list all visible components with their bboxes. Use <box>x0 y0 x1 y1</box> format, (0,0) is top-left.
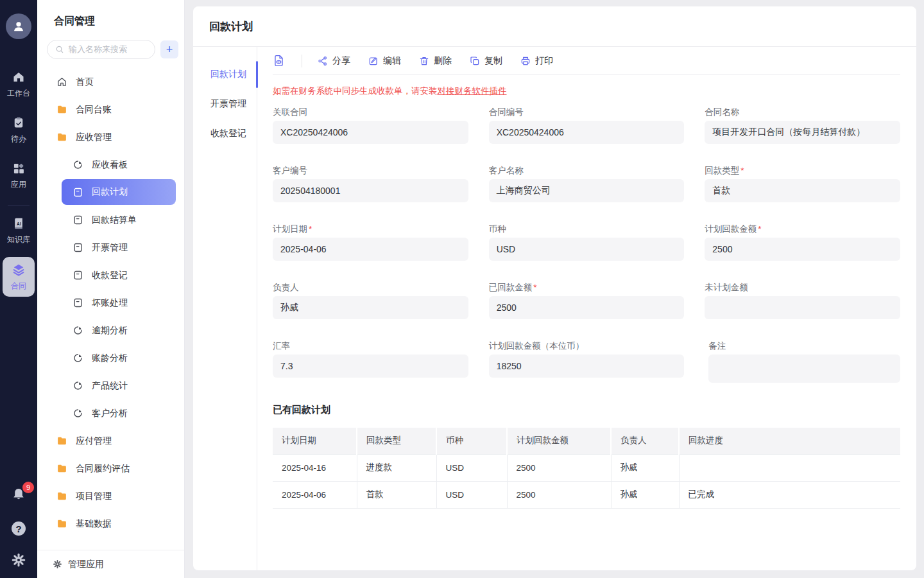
field-base-currency-amount: 计划回款金额（本位币） 18250 <box>489 340 685 383</box>
field-value[interactable]: 2025-04-06 <box>273 238 468 261</box>
sidebar-item-home[interactable]: 首页 <box>37 68 184 96</box>
field-value[interactable]: 项目开发开口合同（按每月结算付款） <box>705 121 900 144</box>
warning-text: 如需在财务系统中同步生成收款单，请安装 <box>273 86 438 96</box>
sidebar-item-label: 逾期分析 <box>92 325 128 337</box>
tab-label: 收款登记 <box>210 128 246 139</box>
sidebar-item-overdue-analysis[interactable]: 逾期分析 <box>37 317 184 344</box>
sidebar-item-aging-analysis[interactable]: 账龄分析 <box>37 344 184 372</box>
rail-label: 应用 <box>11 179 26 190</box>
field-label: 汇率 <box>273 341 290 351</box>
existing-plans-table: 计划日期 回款类型 币种 计划回款金额 负责人 回款进度 2025-04-16 … <box>273 428 900 509</box>
field-value[interactable]: 18250 <box>489 355 685 378</box>
field-value[interactable]: 7.3 <box>273 355 468 378</box>
sidebar-item-project-mgmt[interactable]: 项目管理 <box>37 482 184 510</box>
tab-invoicing[interactable]: 开票管理 <box>193 89 257 119</box>
manage-apps-button[interactable]: 管理应用 <box>37 550 184 578</box>
field-label: 币种 <box>489 224 506 234</box>
field-planned-amount: 计划回款金额* 2500 <box>705 223 900 261</box>
sidebar-item-invoicing[interactable]: 开票管理 <box>37 234 184 261</box>
tab-payment-plan[interactable]: 回款计划 <box>193 60 257 89</box>
sidebar-item-bad-debt[interactable]: 坏账处理 <box>37 289 184 317</box>
pie-icon <box>73 159 83 170</box>
sidebar-item-receivable-board[interactable]: 应收看板 <box>37 151 184 179</box>
sidebar-item-label: 应收看板 <box>92 159 128 171</box>
user-avatar[interactable] <box>6 13 31 39</box>
field-contract-no: 合同编号 XC20250424006 <box>489 107 685 144</box>
folder-icon <box>56 518 67 529</box>
add-button[interactable]: + <box>160 40 178 58</box>
page-title: 回款计划 <box>209 19 253 34</box>
sidebar-title: 合同管理 <box>37 0 184 28</box>
folder-icon <box>56 104 67 115</box>
sidebar-item-base-data[interactable]: 基础数据 <box>37 510 184 538</box>
edit-icon <box>368 56 379 66</box>
cell-planned-amount: 2500 <box>507 454 611 481</box>
todo-icon <box>12 116 25 129</box>
field-exchange-rate: 汇率 7.3 <box>273 340 468 383</box>
sidebar-item-label: 客户分析 <box>92 408 128 419</box>
delete-button[interactable]: 删除 <box>419 55 452 67</box>
field-value[interactable]: 上海商贸公司 <box>489 179 685 202</box>
field-value[interactable]: XC20250424006 <box>273 121 468 144</box>
sidebar-item-label: 合同台账 <box>76 104 112 116</box>
sidebar-item-customer-analysis[interactable]: 客户分析 <box>37 399 184 427</box>
edit-button[interactable]: 编辑 <box>368 55 401 67</box>
field-received-amount: 已回款金额* 2500 <box>489 282 685 319</box>
rail-item-apps[interactable]: 应用 <box>11 162 26 190</box>
field-label: 关联合同 <box>273 107 307 117</box>
cell-progress <box>679 454 900 481</box>
preview-button[interactable] <box>273 55 285 67</box>
field-value[interactable]: 2500 <box>705 238 900 261</box>
sidebar-item-payment-plan[interactable]: 回款计划 <box>62 179 176 205</box>
rail-item-todo[interactable]: 待办 <box>11 116 26 144</box>
field-value[interactable]: 孙威 <box>273 296 468 319</box>
sidebar-item-product-stats[interactable]: 产品统计 <box>37 372 184 399</box>
cell-payment-type: 进度款 <box>357 454 436 481</box>
doc-icon <box>73 242 83 253</box>
sidebar-item-ledger[interactable]: 合同台账 <box>37 96 184 123</box>
doc-icon <box>73 215 83 225</box>
copy-button[interactable]: 复制 <box>470 55 502 67</box>
sidebar-item-payables[interactable]: 应付管理 <box>37 427 184 455</box>
doc-icon <box>73 187 83 198</box>
folder-icon <box>56 435 67 446</box>
sidebar-item-label: 应付管理 <box>76 435 112 447</box>
rail-item-contract-active[interactable]: 合同 <box>3 257 35 297</box>
workbench-icon <box>12 71 25 83</box>
sidebar-menu: 首页 合同台账 应收管理 应收看板 回款计划 回款结算单 开票管理 收款登记 <box>37 68 184 550</box>
sidebar-item-settlement[interactable]: 回款结算单 <box>37 206 184 234</box>
rail-item-workbench[interactable]: 工作台 <box>7 71 30 99</box>
cell-payment-type: 首款 <box>357 481 436 508</box>
sidebar-item-performance-eval[interactable]: 合同履约评估 <box>37 455 184 482</box>
rail-label: 知识库 <box>7 234 30 245</box>
table-row[interactable]: 2025-04-16 进度款 USD 2500 孙威 <box>273 454 900 481</box>
tab-receipt-register[interactable]: 收款登记 <box>193 119 257 148</box>
sidebar-item-label: 收款登记 <box>92 270 128 281</box>
table-row[interactable]: 2025-04-06 首款 USD 2500 孙威 已完成 <box>273 481 900 508</box>
field-value[interactable] <box>708 355 900 383</box>
sidebar-item-receivables[interactable]: 应收管理 <box>37 123 184 151</box>
sidebar-item-receipt-register[interactable]: 收款登记 <box>37 261 184 289</box>
field-value[interactable]: XC20250424006 <box>489 121 685 144</box>
rail-label: 待办 <box>11 134 26 144</box>
toolbar-divider <box>302 55 302 67</box>
field-contract-name: 合同名称 项目开发开口合同（按每月结算付款） <box>705 107 900 144</box>
field-value[interactable]: 202504180001 <box>273 179 468 202</box>
rail-bottom-group: 9 ? <box>11 487 26 578</box>
field-value[interactable]: 首款 <box>705 179 900 202</box>
print-button[interactable]: 打印 <box>520 55 553 67</box>
share-button[interactable]: 分享 <box>318 55 350 67</box>
help-button[interactable]: ? <box>12 521 26 536</box>
rail-item-knowledge[interactable]: AI 知识库 <box>7 217 30 245</box>
field-value[interactable] <box>705 296 900 319</box>
search-input[interactable]: 输入名称来搜索 <box>47 40 155 59</box>
plugin-link[interactable]: 对接财务软件插件 <box>438 86 507 96</box>
settings-gear-button[interactable] <box>11 552 26 568</box>
field-label: 计划日期 <box>273 224 307 234</box>
sidebar-item-label: 回款结算单 <box>92 215 137 226</box>
field-value[interactable]: 2500 <box>489 296 685 319</box>
notifications-button[interactable]: 9 <box>11 487 26 505</box>
field-value[interactable]: USD <box>489 238 685 261</box>
delete-icon <box>419 56 429 66</box>
manage-apps-label: 管理应用 <box>68 559 104 570</box>
